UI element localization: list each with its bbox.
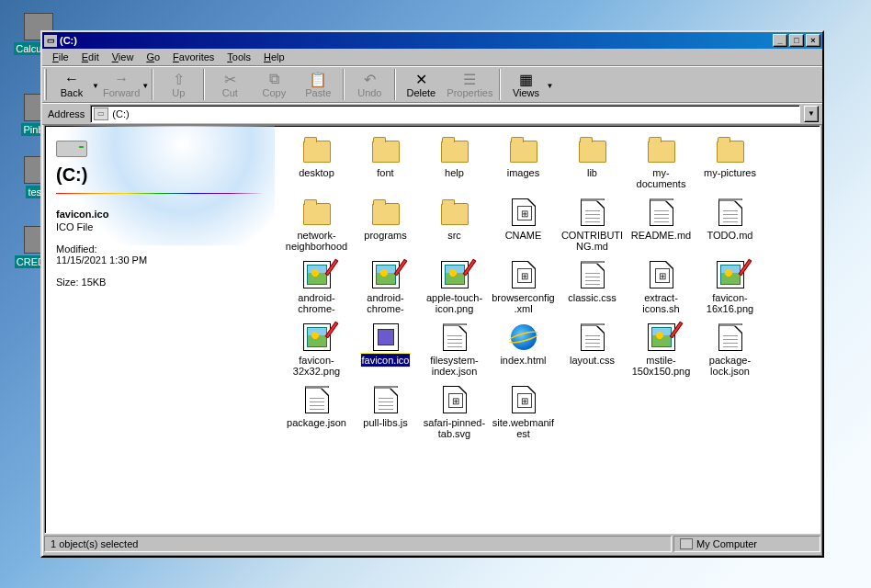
- back-button[interactable]: ← Back: [50, 67, 94, 102]
- file-item[interactable]: ⊞ CNAME: [489, 198, 558, 253]
- info-pane: (C:) favicon.ico ICO File Modified: 11/1…: [45, 126, 275, 533]
- text-file-icon: [443, 323, 467, 351]
- file-item[interactable]: CONTRIBUTING.md: [558, 198, 627, 253]
- file-item[interactable]: package.json: [282, 385, 351, 440]
- delete-icon: ✕: [412, 71, 430, 87]
- address-field[interactable]: ▭ (C:): [90, 105, 800, 123]
- image-file-icon: [441, 261, 469, 288]
- forward-button: → Forward: [99, 67, 143, 102]
- folder-icon: [717, 141, 744, 163]
- copy-icon: ⧉: [265, 71, 283, 87]
- maximize-button[interactable]: □: [789, 34, 804, 47]
- my-computer-icon: [680, 538, 693, 549]
- menu-item-go[interactable]: Go: [140, 50, 166, 64]
- folder-item[interactable]: src: [420, 198, 489, 253]
- size-label: Size: 15KB: [56, 277, 264, 288]
- minimize-button[interactable]: _: [773, 34, 787, 47]
- file-item[interactable]: favicon-16x16.png: [696, 260, 764, 315]
- folder-item[interactable]: desktop: [282, 135, 351, 190]
- close-button[interactable]: ×: [806, 34, 820, 47]
- file-item[interactable]: index.html: [489, 322, 558, 378]
- address-label: Address: [46, 108, 86, 119]
- system-file-icon: ⊞: [512, 386, 536, 413]
- address-bar: Address ▭ (C:) ▼: [42, 103, 822, 125]
- file-item[interactable]: ⊞ site.webmanifest: [489, 385, 558, 440]
- folder-item[interactable]: programs: [351, 198, 420, 253]
- folder-icon: [441, 203, 469, 225]
- item-label: CONTRIBUTING.md: [559, 229, 626, 253]
- folder-item[interactable]: my-pictures: [696, 135, 764, 190]
- views-button[interactable]: ▦ Views: [503, 67, 548, 102]
- forward-label: Forward: [103, 87, 140, 98]
- file-item[interactable]: layout.css: [558, 322, 627, 378]
- views-dropdown[interactable]: ▼: [546, 80, 553, 90]
- menu-item-view[interactable]: View: [106, 50, 141, 64]
- address-dropdown-button[interactable]: ▼: [804, 106, 819, 122]
- copy-label: Copy: [263, 87, 287, 98]
- folder-item[interactable]: help: [420, 135, 489, 190]
- file-item[interactable]: package-lock.json: [696, 322, 764, 378]
- system-file-icon: ⊞: [512, 261, 536, 288]
- file-item[interactable]: mstile-150x150.png: [627, 322, 696, 378]
- menu-item-edit[interactable]: Edit: [75, 50, 106, 64]
- toolbar-separator: [152, 69, 153, 100]
- system-file-icon: ⊞: [512, 198, 536, 226]
- image-file-icon: [372, 261, 400, 288]
- folder-icon: [441, 141, 469, 163]
- item-label: layout.css: [569, 354, 616, 367]
- folder-item[interactable]: my-documents: [627, 135, 696, 190]
- modified-label: Modified:: [56, 243, 264, 254]
- item-label: site.webmanifest: [490, 416, 557, 440]
- item-label: help: [444, 166, 465, 179]
- folder-item[interactable]: network-neighborhood: [282, 198, 351, 253]
- file-item[interactable]: ⊞ browserconfig.xml: [489, 260, 558, 315]
- cut-icon: ✂: [221, 71, 239, 87]
- file-item[interactable]: android-chrome-: [282, 260, 351, 315]
- toolbar-gripper: [44, 69, 47, 100]
- titlebar[interactable]: ▭ (C:) _ □ ×: [42, 32, 822, 49]
- item-label: apple-touch-icon.png: [421, 291, 488, 315]
- menu-item-favorites[interactable]: Favorites: [166, 50, 221, 64]
- properties-label: Properties: [447, 87, 492, 98]
- system-menu-icon[interactable]: ▭: [44, 35, 57, 47]
- item-label: android-chrome-: [283, 291, 350, 315]
- undo-button: ↶ Undo: [347, 67, 391, 102]
- forward-icon: →: [112, 71, 130, 87]
- folder-item[interactable]: font: [351, 135, 420, 190]
- item-label: filesystem-index.json: [421, 354, 488, 378]
- file-item[interactable]: filesystem-index.json: [420, 322, 489, 378]
- address-value: (C:): [112, 108, 129, 119]
- menu-item-file[interactable]: File: [46, 50, 75, 64]
- ico-file-icon: [373, 323, 399, 351]
- item-label: index.html: [499, 354, 547, 367]
- file-item[interactable]: classic.css: [558, 260, 627, 315]
- folder-item[interactable]: images: [489, 135, 558, 190]
- file-item[interactable]: ⊞ safari-pinned-tab.svg: [420, 385, 489, 440]
- forward-dropdown: ▼: [141, 80, 149, 90]
- file-item[interactable]: android-chrome-: [351, 260, 420, 315]
- file-item[interactable]: TODO.md: [696, 198, 764, 253]
- views-icon: ▦: [516, 71, 535, 87]
- toolbar-separator: [343, 69, 345, 100]
- item-label: README.md: [630, 229, 692, 242]
- file-item[interactable]: README.md: [627, 198, 696, 253]
- file-item[interactable]: favicon-32x32.png: [282, 322, 351, 378]
- item-label: classic.css: [567, 291, 617, 304]
- item-label: font: [376, 166, 394, 179]
- item-label: mstile-150x150.png: [628, 354, 695, 378]
- file-item[interactable]: apple-touch-icon.png: [420, 260, 489, 315]
- folder-icon: [510, 141, 537, 163]
- folder-item[interactable]: lib: [558, 135, 627, 190]
- folder-icon: [372, 203, 400, 225]
- delete-button[interactable]: ✕ Delete: [399, 67, 443, 102]
- menu-item-tools[interactable]: Tools: [221, 50, 257, 64]
- menu-item-help[interactable]: Help: [257, 50, 291, 64]
- toolbar-separator: [499, 69, 501, 100]
- back-dropdown[interactable]: ▼: [92, 80, 99, 90]
- file-item[interactable]: ⊞ extract-icons.sh: [627, 260, 696, 315]
- item-label: CNAME: [504, 229, 543, 242]
- file-item[interactable]: favicon.ico: [351, 322, 420, 378]
- file-list[interactable]: desktop font help images lib my-document…: [275, 126, 820, 533]
- status-bar: 1 object(s) selected My Computer: [44, 536, 820, 554]
- file-item[interactable]: pull-libs.js: [351, 385, 420, 440]
